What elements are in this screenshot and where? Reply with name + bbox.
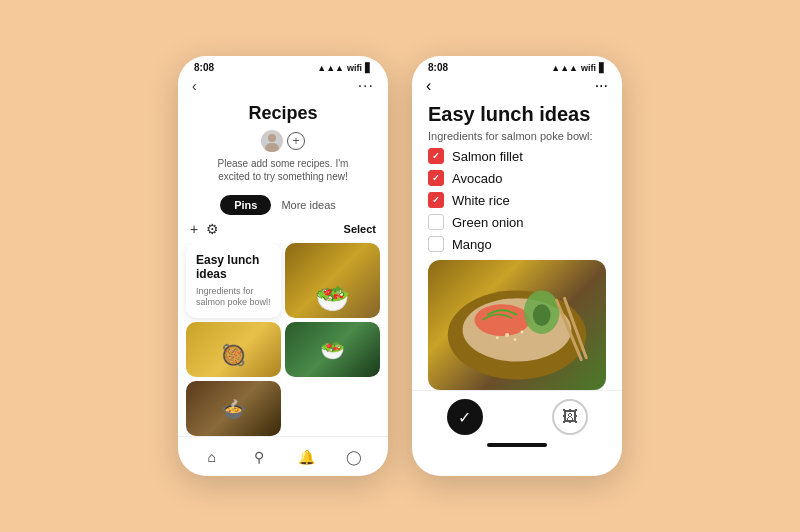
avatar-row: +	[190, 130, 376, 152]
time-1: 8:08	[194, 62, 214, 73]
pin-card-food-3[interactable]: 🥗	[285, 322, 380, 377]
ingredient-item-rice[interactable]: White rice	[428, 192, 606, 208]
wifi-icon-2: wifi	[581, 63, 596, 73]
pin-title: Easy lunch ideas	[196, 253, 271, 282]
subtitle: Please add some recipes. I'm excited to …	[190, 157, 376, 183]
ingredient-label-salmon: Salmon fillet	[452, 149, 523, 164]
check-action-button[interactable]: ✓	[447, 399, 483, 435]
food-bowl-svg	[428, 260, 606, 390]
nav-bar-1: ‹ ···	[178, 75, 388, 99]
ingredient-item-green-onion[interactable]: Green onion	[428, 214, 606, 230]
ingredient-list: Salmon fillet Avocado White rice Green o…	[412, 148, 622, 252]
phone2-bottom: ✓ 🖼	[412, 390, 622, 439]
food-image-3: 🥗	[285, 322, 380, 377]
status-icons-1: ▲▲▲ wifi ▋	[317, 63, 372, 73]
page-title-1: Recipes	[190, 103, 376, 124]
filter-icon[interactable]: ⚙	[206, 221, 219, 237]
more-icon-2[interactable]: ···	[595, 77, 608, 95]
add-icon[interactable]: +	[287, 132, 305, 150]
nav-bar-2: ‹ ···	[412, 75, 622, 99]
phone-1: 8:08 ▲▲▲ wifi ▋ ‹ ··· Recipes + Please a…	[178, 56, 388, 476]
pin-card-easy-lunch[interactable]: Easy lunch ideas Ingredients for salmon …	[186, 243, 281, 318]
bottom-nav-1: ⌂ ⚲ 🔔 ◯	[178, 436, 388, 476]
pins-grid: Easy lunch ideas Ingredients for salmon …	[178, 243, 388, 436]
svg-point-1	[265, 143, 279, 152]
signal-icon-2: ▲▲▲	[551, 63, 578, 73]
food-image-2: 🥘	[186, 322, 281, 377]
ingredient-item-avocado[interactable]: Avocado	[428, 170, 606, 186]
nav-home-icon[interactable]: ⌂	[198, 443, 226, 471]
ingredient-label-avocado: Avocado	[452, 171, 502, 186]
nav-bell-icon[interactable]: 🔔	[293, 443, 321, 471]
header-1: Recipes + Please add some recipes. I'm e…	[178, 99, 388, 195]
battery-icon-2: ▋	[599, 63, 606, 73]
home-indicator-2	[487, 443, 547, 447]
tab-row: Pins More ideas	[178, 195, 388, 215]
checkbox-green-onion[interactable]	[428, 214, 444, 230]
page-title-2: Easy lunch ideas	[412, 99, 622, 128]
status-bar-1: 8:08 ▲▲▲ wifi ▋	[178, 56, 388, 75]
more-icon[interactable]: ···	[358, 77, 374, 95]
nav-search-icon[interactable]: ⚲	[245, 443, 273, 471]
time-2: 8:08	[428, 62, 448, 73]
pin-description: Ingredients for salmon poke bowl!	[196, 286, 271, 309]
tab-more-ideas[interactable]: More ideas	[271, 195, 345, 215]
pin-card-food-1[interactable]: 🥗	[285, 243, 380, 318]
ingredient-item-mango[interactable]: Mango	[428, 236, 606, 252]
add-pin-icon[interactable]: +	[190, 221, 198, 237]
pin-card-food-4[interactable]: 🍲	[186, 381, 281, 436]
back-icon[interactable]: ‹	[192, 78, 197, 94]
status-bar-2: 8:08 ▲▲▲ wifi ▋	[412, 56, 622, 75]
ingredient-label-green-onion: Green onion	[452, 215, 524, 230]
action-left: + ⚙	[190, 221, 219, 237]
back-icon-2[interactable]: ‹	[426, 77, 431, 95]
action-row: + ⚙ Select	[178, 221, 388, 237]
ingredient-label-mango: Mango	[452, 237, 492, 252]
signal-icon: ▲▲▲	[317, 63, 344, 73]
checkbox-rice[interactable]	[428, 192, 444, 208]
tab-pins[interactable]: Pins	[220, 195, 271, 215]
pin-card-food-2[interactable]: 🥘	[186, 322, 281, 377]
nav-user-icon[interactable]: ◯	[340, 443, 368, 471]
food-bowl-image	[428, 260, 606, 390]
battery-icon: ▋	[365, 63, 372, 73]
ingredient-label-rice: White rice	[452, 193, 510, 208]
checkbox-salmon[interactable]	[428, 148, 444, 164]
wifi-icon: wifi	[347, 63, 362, 73]
svg-point-9	[520, 330, 523, 333]
svg-point-10	[496, 336, 499, 339]
svg-point-0	[268, 134, 276, 142]
svg-point-7	[505, 333, 509, 337]
checkbox-avocado[interactable]	[428, 170, 444, 186]
checkbox-mango[interactable]	[428, 236, 444, 252]
food-image-1: 🥗	[285, 243, 380, 318]
section-label: Ingredients for salmon poke bowl:	[412, 128, 622, 148]
phone-2: 8:08 ▲▲▲ wifi ▋ ‹ ··· Easy lunch ideas I…	[412, 56, 622, 476]
select-button[interactable]: Select	[344, 223, 376, 235]
ingredient-item-salmon[interactable]: Salmon fillet	[428, 148, 606, 164]
avatar	[261, 130, 283, 152]
food-image-4: 🍲	[186, 381, 281, 436]
status-icons-2: ▲▲▲ wifi ▋	[551, 63, 606, 73]
svg-point-6	[533, 304, 551, 326]
svg-point-8	[514, 338, 517, 341]
image-action-button[interactable]: 🖼	[552, 399, 588, 435]
